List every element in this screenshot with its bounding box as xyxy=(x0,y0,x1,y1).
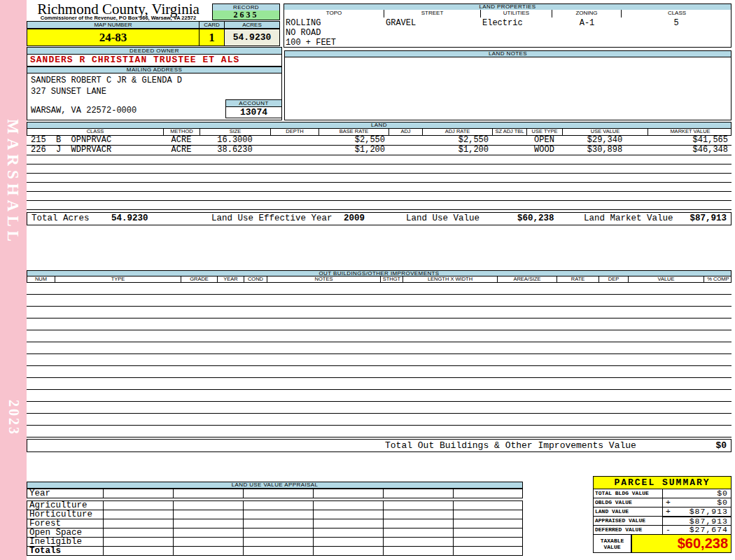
land-depth-cell xyxy=(270,136,318,145)
ob-col-grade: GRADE xyxy=(181,276,218,282)
ob-col-rate: RATE xyxy=(557,276,599,282)
ps-value: + $87,913 xyxy=(663,507,732,517)
out-buildings-column-headers: NUM TYPE GRADE YEAR COND NOTES STHGT LEN… xyxy=(27,276,732,283)
appraisal-row: Agriculture xyxy=(27,500,523,510)
ps-label: OBLDG VALUE xyxy=(593,498,663,507)
land-class-cell: 226 J WDPRVACR xyxy=(27,146,163,155)
land-market-value-cell: $41,565 xyxy=(648,136,732,145)
land-col-adj-rate: ADJ RATE xyxy=(423,129,493,135)
col-class: CLASS xyxy=(622,10,732,18)
land-col-class: CLASS xyxy=(27,129,164,135)
land-table-row: 215 B OPNPRVAC ACRE 16.3000 $2,550 $2,55… xyxy=(27,136,732,146)
card-number-value: 1 xyxy=(200,29,225,46)
ps-value: $87,913 xyxy=(663,516,732,526)
out-buildings-header: OUT BUILDINGS/OTHER IMPROVEMENTS xyxy=(27,270,732,276)
parcel-summary-title: PARCEL SUMMARY xyxy=(593,476,732,489)
address-line-3: WARSAW, VA 22572-0000 xyxy=(31,106,136,115)
col-topo: TOPO xyxy=(284,10,384,18)
ob-col-length-width: LENGTH X WIDTH xyxy=(403,276,498,282)
appraisal-row-label: Agriculture xyxy=(27,501,104,510)
total-acres-value: 54.9230 xyxy=(111,213,148,225)
ob-col-sthgt: STHGT xyxy=(381,276,403,282)
land-empty-row xyxy=(27,183,732,192)
ob-col-pct-comp: % COMP xyxy=(704,276,732,282)
ob-empty-row xyxy=(27,283,732,295)
ob-empty-row xyxy=(27,307,732,318)
ob-col-num: NUM xyxy=(27,276,55,282)
appraisal-year-row: Year xyxy=(27,489,523,498)
land-col-depth: DEPTH xyxy=(271,129,319,135)
appraisal-row: Open Space xyxy=(27,528,523,538)
ps-label: DEFERRED VALUE xyxy=(593,525,663,535)
taxable-value-row: TAXABLE VALUE $60,238 xyxy=(593,534,732,553)
land-adj-rate-cell: $1,200 xyxy=(422,146,492,155)
ob-empty-row xyxy=(27,414,732,426)
record-value: 2635 xyxy=(212,10,280,20)
acres-value: 54.9230 xyxy=(225,29,280,46)
appraisal-row-label: Forest xyxy=(27,519,104,528)
parcel-summary-row: DEFERRED VALUE - $27,674 xyxy=(593,525,732,535)
parcel-summary-row: OBLDG VALUE + $0 xyxy=(593,498,732,507)
account-number-value: 13074 xyxy=(225,107,282,118)
ob-col-value: VALUE xyxy=(629,276,704,282)
street-value: GRAVEL xyxy=(386,18,416,28)
address-line-2: 327 SUNSET LANE xyxy=(31,87,106,97)
map-card-acres-values: 24-83 1 54.9230 xyxy=(27,29,280,46)
ob-total-value: $0 xyxy=(715,440,727,451)
topo-value-3: 100 + FEET xyxy=(286,38,336,48)
zoning-value: A-1 xyxy=(552,18,622,28)
topo-value-1: ROLLING xyxy=(286,18,321,28)
col-utilities: UTILITIES xyxy=(481,10,552,18)
land-table-row: 226 J WDPRVACR ACRE 38.6230 $1,200 $1,20… xyxy=(27,146,732,155)
land-notes-box xyxy=(284,57,732,120)
col-street: STREET xyxy=(384,10,481,18)
ob-empty-row xyxy=(27,366,732,378)
binder-strip: MARSHALL 2023 xyxy=(0,0,27,560)
parcel-summary: PARCEL SUMMARY TOTAL BLDG VALUE $0 OBLDG… xyxy=(593,476,732,553)
ps-label: APPRAISED VALUE xyxy=(593,516,663,526)
map-number-value: 24-83 xyxy=(27,29,200,46)
parcel-summary-row: TOTAL BLDG VALUE $0 xyxy=(593,489,732,498)
land-empty-row xyxy=(27,201,732,210)
mailing-address-header: MAILING ADDRESS xyxy=(27,66,282,74)
ob-col-area-size: AREA/SIZE xyxy=(498,276,557,282)
land-col-size: SIZE xyxy=(200,129,271,135)
ps-value: - $27,674 xyxy=(663,525,732,535)
card-header: CARD xyxy=(200,21,225,29)
parcel-summary-row: LAND VALUE + $87,913 xyxy=(593,507,732,517)
ob-empty-row xyxy=(27,378,732,390)
ob-empty-row xyxy=(27,426,732,438)
land-use-appraisal-header: LAND USE VALUE APPRAISAL xyxy=(27,482,523,489)
land-base-rate-cell: $1,200 xyxy=(318,146,388,155)
appraisal-row: Ineligible xyxy=(27,537,523,547)
account-header: ACCOUNT xyxy=(225,99,282,107)
land-market-value: $87,913 xyxy=(690,213,727,225)
land-col-base-rate: BASE RATE xyxy=(319,129,389,135)
ob-col-notes: NOTES xyxy=(267,276,381,282)
land-sz-adj-cell xyxy=(492,136,526,145)
class-value: 5 xyxy=(622,18,731,28)
appraisal-row-label: Totals xyxy=(27,547,104,555)
land-class-cell: 215 B OPNPRVAC xyxy=(27,136,163,145)
land-adj-cell xyxy=(388,146,422,155)
land-col-use-type: USE TYPE xyxy=(527,129,563,135)
appraisal-row-label: Year xyxy=(27,489,104,498)
land-adj-cell xyxy=(388,136,422,145)
land-col-method: METHOD xyxy=(164,129,200,135)
map-card-acres-headers: MAP NUMBER CARD ACRES xyxy=(27,21,280,29)
appraisal-row: Forest xyxy=(27,519,523,528)
ob-total-label: Total Out Buildings & Other Improvements… xyxy=(385,440,636,451)
deeded-owner-value: SANDERS R CHRISTIAN TRUSTEE ET ALS xyxy=(27,55,282,66)
effective-year-label: Land Use Effective Year xyxy=(211,213,332,225)
out-buildings-total-row: Total Out Buildings & Other Improvements… xyxy=(27,439,732,452)
property-record-card: MARSHALL 2023 Richmond County, Virginia … xyxy=(0,0,735,560)
land-empty-row xyxy=(27,164,732,174)
land-notes-header: LAND NOTES xyxy=(284,50,732,57)
total-acres-label: Total Acres xyxy=(31,213,90,225)
appraisal-row-label: Ineligible xyxy=(27,538,104,546)
col-zoning: ZONING xyxy=(552,10,622,18)
ob-col-type: TYPE xyxy=(55,276,181,282)
land-section-header: LAND xyxy=(27,122,732,129)
land-market-value-label: Land Market Value xyxy=(584,213,673,225)
ps-label: LAND VALUE xyxy=(593,507,663,517)
